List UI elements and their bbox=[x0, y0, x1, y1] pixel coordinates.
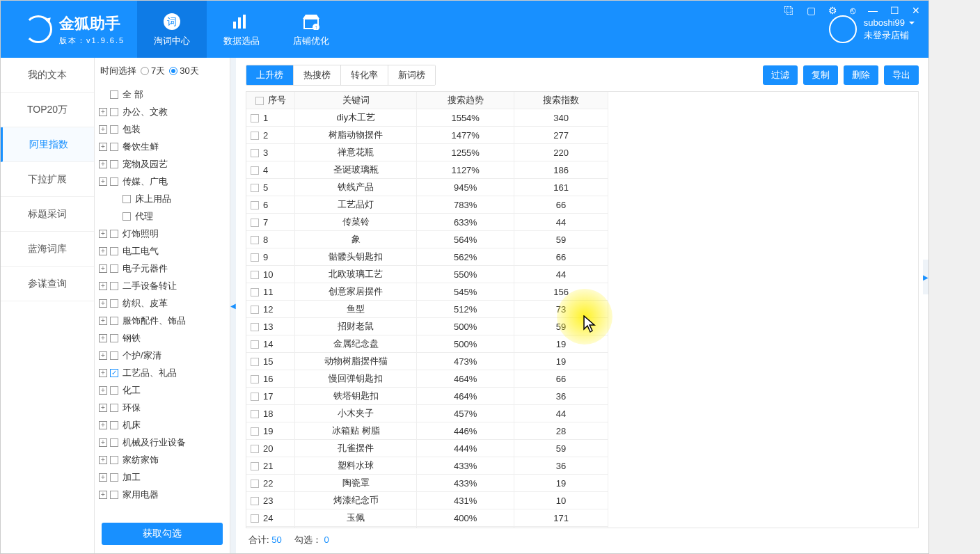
radio-7day[interactable]: 7天 bbox=[141, 65, 165, 77]
checkbox[interactable] bbox=[122, 212, 131, 221]
table-row[interactable]: 20孔雀摆件444%59 bbox=[246, 440, 608, 457]
row-checkbox[interactable] bbox=[251, 514, 259, 523]
checkbox[interactable] bbox=[110, 421, 118, 429]
header-checkbox[interactable] bbox=[255, 97, 264, 105]
expand-icon[interactable]: + bbox=[99, 369, 107, 377]
row-checkbox[interactable] bbox=[251, 393, 259, 401]
expand-icon[interactable]: + bbox=[99, 491, 107, 499]
expand-icon[interactable]: + bbox=[99, 351, 107, 360]
keyword-table[interactable]: 序号 关键词 搜索趋势 搜索指数 1diy木工艺1554%3402树脂动物摆件1… bbox=[246, 91, 919, 528]
checkbox[interactable] bbox=[110, 317, 118, 325]
expand-icon[interactable]: + bbox=[99, 456, 107, 464]
table-row[interactable]: 19冰箱贴 树脂446%28 bbox=[246, 422, 608, 440]
row-checkbox[interactable] bbox=[251, 184, 259, 192]
expand-icon[interactable]: + bbox=[99, 317, 107, 325]
tree-node[interactable]: +个护/家清 bbox=[99, 347, 226, 364]
tree-node[interactable]: +机床 bbox=[99, 416, 226, 434]
table-row[interactable]: 12鱼型512%73 bbox=[246, 301, 608, 318]
row-checkbox[interactable] bbox=[251, 410, 259, 418]
tree-node[interactable]: +钢铁 bbox=[99, 329, 226, 347]
table-row[interactable]: 8象564%59 bbox=[246, 231, 608, 248]
expand-icon[interactable]: + bbox=[99, 334, 107, 342]
sidebar-item-dropdown-ext[interactable]: 下拉扩展 bbox=[1, 162, 94, 197]
minimize-icon[interactable]: — bbox=[865, 5, 880, 16]
tree-node[interactable]: +办公、文教 bbox=[99, 103, 226, 120]
tab-hot[interactable]: 热搜榜 bbox=[294, 65, 341, 85]
tree-node[interactable]: +机械及行业设备 bbox=[99, 434, 226, 451]
sidebar-item-ali-index[interactable]: 阿里指数 bbox=[1, 127, 94, 162]
checkbox[interactable] bbox=[110, 438, 118, 447]
tree-node[interactable]: 代理 bbox=[99, 207, 226, 225]
checkbox[interactable] bbox=[110, 473, 118, 482]
sidebar-item-mytext[interactable]: 我的文本 bbox=[1, 58, 94, 93]
tree-node[interactable]: +纺织、皮革 bbox=[99, 294, 226, 312]
tree-node[interactable]: +环保 bbox=[99, 399, 226, 416]
checkbox[interactable] bbox=[110, 90, 118, 99]
table-row[interactable]: 21塑料水球433%36 bbox=[246, 457, 608, 475]
table-row[interactable]: 1diy木工艺1554%340 bbox=[246, 109, 608, 127]
row-checkbox[interactable] bbox=[251, 166, 259, 175]
table-row[interactable]: 15动物树脂摆件猫473%19 bbox=[246, 353, 608, 370]
category-tree[interactable]: 全 部 +办公、文教+包装+餐饮生鲜+宠物及园艺+传媒、广电床上用品代理+灯饰照… bbox=[95, 84, 230, 517]
tree-node[interactable]: +服饰配件、饰品 bbox=[99, 312, 226, 329]
expand-icon[interactable]: + bbox=[99, 386, 107, 395]
sidebar-item-advisor[interactable]: 参谋查询 bbox=[1, 267, 94, 301]
tree-node[interactable]: +二手设备转让 bbox=[99, 277, 226, 294]
delete-button[interactable]: 删除 bbox=[844, 65, 878, 85]
nav-keyword-center[interactable]: 词 淘词中心 bbox=[137, 1, 207, 58]
table-row[interactable]: 9骷髅头钥匙扣562%66 bbox=[246, 248, 608, 266]
tree-node[interactable]: +家用电器 bbox=[99, 486, 226, 503]
table-row[interactable]: 11创意家居摆件545%156 bbox=[246, 283, 608, 301]
tree-node[interactable]: +化工 bbox=[99, 381, 226, 399]
expand-icon[interactable]: + bbox=[99, 125, 107, 134]
checkbox[interactable] bbox=[110, 108, 118, 116]
copy-button[interactable]: 复制 bbox=[803, 65, 838, 85]
filter-button[interactable]: 过滤 bbox=[763, 65, 798, 85]
row-checkbox[interactable] bbox=[251, 375, 259, 383]
tree-node[interactable]: +工艺品、礼品 bbox=[99, 364, 226, 381]
gear-icon[interactable]: ⚙ bbox=[825, 5, 840, 16]
row-checkbox[interactable] bbox=[251, 306, 259, 314]
sidebar-item-top20w[interactable]: TOP20万 bbox=[1, 93, 94, 127]
checkbox[interactable] bbox=[110, 369, 118, 377]
checkbox[interactable] bbox=[122, 195, 131, 203]
table-row[interactable]: 16慢回弹钥匙扣464%66 bbox=[246, 370, 608, 388]
expand-icon[interactable]: + bbox=[99, 299, 107, 308]
splitter-right[interactable]: ▶ bbox=[923, 260, 928, 294]
logout-icon[interactable]: ⎋ bbox=[847, 5, 858, 16]
tree-node[interactable]: +电工电气 bbox=[99, 242, 226, 260]
expand-icon[interactable]: + bbox=[99, 282, 107, 290]
tree-node[interactable]: 床上用品 bbox=[99, 190, 226, 207]
tree-node[interactable]: +家纺家饰 bbox=[99, 451, 226, 468]
col-trend[interactable]: 搜索趋势 bbox=[417, 92, 514, 109]
tree-node[interactable]: +传媒、广电 bbox=[99, 173, 226, 190]
checkbox[interactable] bbox=[110, 247, 118, 255]
col-keyword[interactable]: 关键词 bbox=[295, 92, 417, 109]
row-checkbox[interactable] bbox=[251, 132, 259, 140]
row-checkbox[interactable] bbox=[251, 219, 259, 227]
tree-node[interactable]: +灯饰照明 bbox=[99, 225, 226, 242]
checkbox[interactable] bbox=[110, 264, 118, 273]
checkbox[interactable] bbox=[110, 125, 118, 134]
table-row[interactable]: 24玉佩400%171 bbox=[246, 509, 608, 527]
user-area[interactable]: suboshi99 未登录店铺 bbox=[829, 15, 915, 43]
checkbox[interactable] bbox=[110, 230, 118, 238]
table-row[interactable]: 22陶瓷罩433%19 bbox=[246, 475, 608, 492]
expand-icon[interactable]: + bbox=[99, 160, 107, 168]
checkbox[interactable] bbox=[110, 143, 118, 151]
row-checkbox[interactable] bbox=[251, 236, 259, 244]
expand-icon[interactable]: + bbox=[99, 404, 107, 412]
row-checkbox[interactable] bbox=[251, 201, 259, 209]
expand-icon[interactable]: + bbox=[99, 143, 107, 151]
tree-node[interactable]: +宠物及园艺 bbox=[99, 155, 226, 173]
row-checkbox[interactable] bbox=[251, 323, 259, 331]
table-row[interactable]: 18小木夹子457%44 bbox=[246, 405, 608, 422]
sidebar-item-blue-ocean[interactable]: 蓝海词库 bbox=[1, 232, 94, 267]
checkbox[interactable] bbox=[110, 160, 118, 168]
row-checkbox[interactable] bbox=[251, 114, 259, 122]
row-checkbox[interactable] bbox=[251, 445, 259, 453]
table-row[interactable]: 10北欧玻璃工艺550%44 bbox=[246, 266, 608, 283]
table-row[interactable]: 13招财老鼠500%59 bbox=[246, 318, 608, 335]
sidebar-item-title-words[interactable]: 标题采词 bbox=[1, 197, 94, 232]
row-checkbox[interactable] bbox=[251, 288, 259, 296]
